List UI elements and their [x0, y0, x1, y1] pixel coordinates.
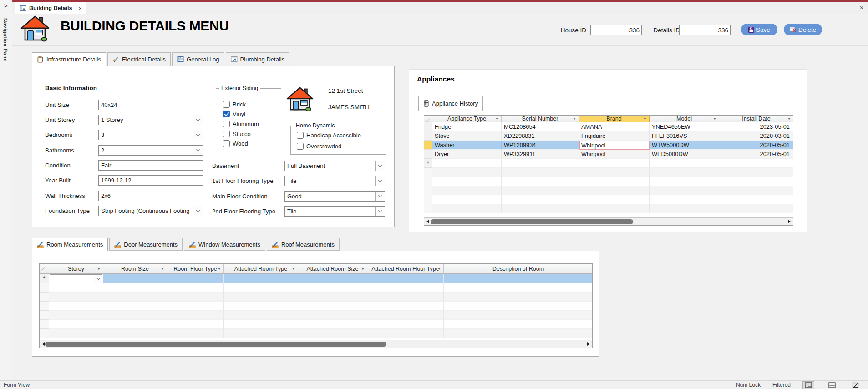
- row-selector[interactable]: [424, 131, 432, 141]
- col-header-attached-room-type[interactable]: Attached Room Type: [224, 264, 298, 274]
- new-record-selector[interactable]: *: [424, 159, 432, 168]
- new-record-selector[interactable]: *: [40, 274, 49, 283]
- bathrooms-combobox[interactable]: 2: [98, 145, 203, 156]
- measurement-horizontal-scrollbar[interactable]: [40, 340, 592, 348]
- column-dropdown-icon[interactable]: [292, 268, 295, 270]
- stucco-checkbox[interactable]: [223, 131, 230, 137]
- appliance-row-dryer[interactable]: Dryer WP3329911 Whirlpool WED5000DW 2020…: [424, 150, 793, 159]
- aluminum-checkbox[interactable]: [223, 121, 230, 127]
- appliance-horizontal-scrollbar[interactable]: [424, 217, 793, 225]
- house-id-field[interactable]: 336: [590, 25, 642, 35]
- vinyl-checkbox[interactable]: [223, 111, 230, 117]
- design-view-button[interactable]: [850, 381, 862, 389]
- row-selector-editing[interactable]: [424, 141, 432, 150]
- main-floor-condition-combobox[interactable]: Good: [284, 191, 385, 202]
- expand-navigation-icon[interactable]: >: [4, 2, 8, 9]
- column-dropdown-icon[interactable]: [361, 268, 364, 270]
- row-selector[interactable]: [424, 122, 432, 131]
- col-header-appliance-type[interactable]: Appliance Type: [432, 116, 502, 122]
- brick-checkbox[interactable]: [223, 101, 230, 108]
- col-header-storey[interactable]: Storey: [49, 264, 103, 274]
- tab-door-measurements[interactable]: Door Measurements: [109, 238, 183, 251]
- dropdown-button[interactable]: [375, 161, 385, 171]
- overcrowded-checkbox[interactable]: [297, 143, 304, 150]
- form-view-button[interactable]: [802, 381, 814, 389]
- dropdown-button[interactable]: [193, 130, 203, 140]
- dropdown-button[interactable]: [375, 192, 385, 201]
- tab-room-measurements[interactable]: Room Measurements: [32, 238, 108, 251]
- col-header-room-floor-type[interactable]: Room Floor Type: [167, 264, 224, 274]
- window-close-icon[interactable]: ×: [860, 4, 863, 11]
- scrollbar-thumb[interactable]: [431, 219, 633, 224]
- dropdown-button[interactable]: [375, 207, 385, 216]
- column-dropdown-icon[interactable]: [97, 268, 100, 270]
- wood-checkbox[interactable]: [223, 140, 230, 147]
- column-dropdown-icon[interactable]: [438, 268, 441, 270]
- year-built-field[interactable]: 1999-12-12: [98, 175, 203, 186]
- column-dropdown-icon[interactable]: [161, 268, 164, 270]
- measurement-new-row[interactable]: *: [40, 274, 592, 283]
- checkbox-vinyl[interactable]: Vinyl: [223, 111, 245, 117]
- col-header-install-date[interactable]: Install Date: [719, 116, 793, 122]
- details-id-field[interactable]: 336: [679, 25, 731, 35]
- appliance-row-stove[interactable]: Stove XD2298831 Frigidaire FFEF3016VS 20…: [424, 131, 793, 141]
- navigation-pane-collapsed[interactable]: > Navigation Pane: [0, 0, 12, 380]
- col-header-model[interactable]: Model: [650, 116, 719, 122]
- delete-button[interactable]: Delete: [784, 24, 822, 35]
- col-header-serial-number[interactable]: Serial Number: [502, 116, 579, 122]
- datasheet-corner[interactable]: [40, 264, 49, 274]
- brand-edit-cell[interactable]: Whirlpool: [579, 141, 650, 150]
- basement-combobox[interactable]: Full Basement: [284, 161, 385, 171]
- document-tab-close-icon[interactable]: ×: [78, 5, 82, 12]
- dropdown-button[interactable]: [375, 176, 385, 186]
- checkbox-aluminum[interactable]: Aluminum: [223, 121, 259, 127]
- row-selector[interactable]: [424, 150, 432, 159]
- scroll-right-icon[interactable]: [587, 342, 590, 346]
- foundation-type-combobox[interactable]: Strip Footing (Continuous Footing: [98, 206, 203, 216]
- tab-plumbing-details[interactable]: Plumbing Details: [226, 52, 290, 66]
- tab-infrastructure-details[interactable]: Infrastructure Details: [32, 52, 106, 66]
- col-header-brand[interactable]: Brand: [579, 116, 650, 122]
- dropdown-button[interactable]: [94, 275, 102, 283]
- storey-combobox[interactable]: [50, 274, 102, 283]
- scroll-left-icon[interactable]: [426, 220, 429, 223]
- handicap-accessible-checkbox[interactable]: [297, 132, 304, 139]
- tab-appliance-history[interactable]: Appliance History: [418, 96, 483, 111]
- col-header-room-size[interactable]: Room Size: [103, 264, 167, 274]
- wall-thickness-field[interactable]: 2x6: [98, 191, 203, 201]
- column-dropdown-icon[interactable]: [713, 118, 716, 120]
- first-floor-flooring-combobox[interactable]: Tile: [284, 176, 385, 186]
- datasheet-corner[interactable]: [424, 116, 432, 122]
- filtered-indicator[interactable]: Filtered: [772, 382, 791, 388]
- column-dropdown-icon[interactable]: [496, 118, 498, 120]
- col-header-attached-room-floor-type[interactable]: Attached Room Floor Type: [367, 264, 444, 274]
- appliance-row-fridge[interactable]: Fridge MC1208654 AMANA YNED4655EW 2023-0…: [424, 122, 793, 131]
- checkbox-handicap-accessible[interactable]: Handicap Accessible: [297, 132, 361, 139]
- condition-field[interactable]: Fair: [98, 160, 203, 171]
- dropdown-button[interactable]: [193, 206, 203, 216]
- storey-new-cell[interactable]: [49, 274, 103, 283]
- col-header-attached-room-size[interactable]: Attached Room Size: [298, 264, 367, 274]
- checkbox-brick[interactable]: Brick: [223, 101, 246, 108]
- column-dropdown-icon[interactable]: [218, 268, 221, 270]
- save-button[interactable]: Save: [741, 24, 777, 35]
- tab-roof-measurements[interactable]: Roof Measurements: [267, 238, 340, 251]
- tab-general-log[interactable]: General Log: [172, 52, 224, 66]
- dropdown-button[interactable]: [193, 146, 203, 155]
- unit-storey-combobox[interactable]: 1 Storey: [98, 115, 203, 125]
- checkbox-stucco[interactable]: Stucco: [223, 131, 251, 137]
- tab-electrical-details[interactable]: Electrical Details: [107, 52, 171, 66]
- checkbox-wood[interactable]: Wood: [223, 140, 248, 147]
- datasheet-view-button[interactable]: [826, 381, 838, 389]
- scrollbar-thumb[interactable]: [45, 342, 386, 347]
- appliance-new-row[interactable]: *: [424, 159, 793, 168]
- bedrooms-combobox[interactable]: 3: [98, 130, 203, 140]
- column-dropdown-icon[interactable]: [573, 118, 576, 120]
- col-header-description-of-room[interactable]: Description of Room: [444, 264, 593, 274]
- column-dropdown-icon[interactable]: [788, 118, 791, 120]
- checkbox-overcrowded[interactable]: Overcrowded: [297, 143, 341, 150]
- second-floor-flooring-combobox[interactable]: Tile: [284, 206, 385, 217]
- tab-window-measurements[interactable]: Window Measurements: [184, 238, 265, 251]
- appliance-row-washer-selected[interactable]: Washer WP1209934 Whirlpool WTW5000DW 202…: [424, 141, 793, 150]
- scroll-left-icon[interactable]: [42, 342, 45, 346]
